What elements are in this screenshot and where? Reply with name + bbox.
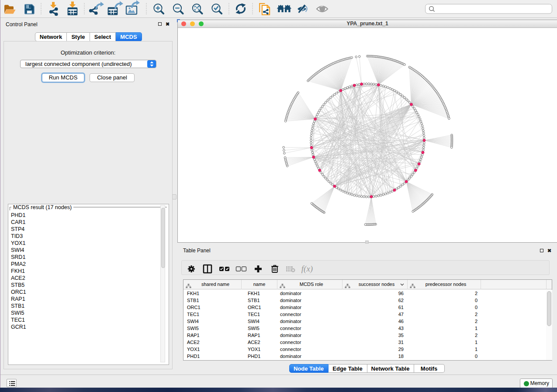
svg-text:f(x): f(x) bbox=[301, 264, 313, 274]
